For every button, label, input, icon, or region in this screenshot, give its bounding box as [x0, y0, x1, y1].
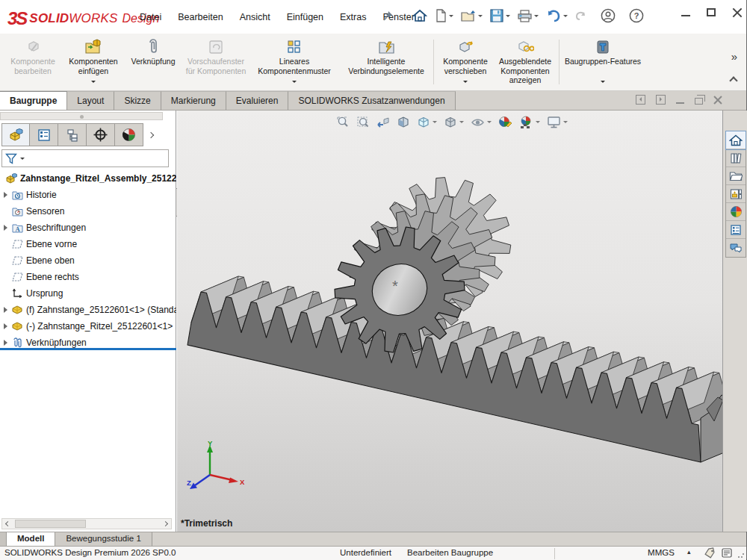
tab-modell[interactable]: Modell [7, 532, 55, 546]
tab-bewegungsstudie[interactable]: Bewegungsstudie 1 [55, 532, 152, 546]
home-tab-icon[interactable] [726, 131, 746, 149]
resize-grip[interactable] [737, 551, 745, 559]
expand-arrow-icon[interactable] [4, 323, 10, 329]
print-dropdown[interactable] [534, 15, 539, 19]
save-dropdown[interactable] [506, 15, 510, 19]
scrollbar-thumb[interactable] [15, 520, 86, 528]
assembly-features-button[interactable]: Baugruppen-Features [562, 36, 644, 89]
pin-menubar-icon[interactable] [382, 10, 394, 25]
tab-splitter-handle[interactable] [0, 532, 7, 546]
move-component-button[interactable]: Komponente verschieben [437, 36, 494, 89]
home-button[interactable] [409, 7, 430, 25]
insert-components-dropdown[interactable] [91, 81, 96, 85]
menu-bearbeiten[interactable]: Bearbeiten [170, 7, 231, 27]
view-orientation-dropdown[interactable] [433, 121, 437, 125]
new-document-button[interactable] [432, 7, 456, 25]
ribbon-collapse-icon[interactable] [729, 76, 737, 84]
display-style-icon[interactable] [443, 115, 465, 130]
tab-featuremanager-tree[interactable] [1, 123, 30, 146]
user-account-button[interactable] [598, 6, 619, 25]
menu-einfuegen[interactable]: Einfügen [279, 7, 332, 27]
linear-pattern-dropdown[interactable] [292, 81, 297, 85]
tab-configuration-manager[interactable] [58, 123, 87, 146]
tree-item-historie[interactable]: Historie [0, 187, 176, 203]
undo-button[interactable] [543, 7, 571, 25]
tab-layout[interactable]: Layout [67, 91, 114, 110]
view-palette-icon[interactable] [726, 185, 746, 203]
units-selector[interactable]: MMGS [639, 548, 684, 557]
panel-splitter-grip[interactable] [0, 112, 163, 120]
hide-show-items-dropdown[interactable] [487, 121, 492, 125]
tab-zusatzanwendungen[interactable]: SOLIDWORKS Zusatzanwendungen [288, 91, 455, 110]
open-dropdown[interactable] [478, 15, 483, 19]
move-component-dropdown[interactable] [463, 81, 468, 85]
ribbon-overflow-button[interactable]: » [731, 50, 737, 63]
mate-button[interactable]: Verknüpfung [124, 36, 182, 89]
doc-minimize-button[interactable] [676, 102, 684, 104]
undo-dropdown[interactable] [563, 15, 568, 19]
tree-item-beschriftungen[interactable]: A Beschriftungen [0, 220, 176, 236]
tab-property-manager[interactable] [30, 123, 58, 146]
menu-ansicht[interactable]: Ansicht [232, 7, 279, 27]
menu-datei[interactable]: Datei [131, 7, 170, 27]
section-view-icon[interactable] [396, 115, 411, 130]
apply-scene-icon[interactable] [518, 114, 541, 130]
scroll-right-arrow[interactable] [160, 522, 171, 526]
doc-restore-button[interactable] [695, 98, 703, 105]
close-button[interactable] [732, 7, 742, 17]
tree-horizontal-scrollbar[interactable] [1, 518, 172, 529]
units-dropdown-caret[interactable]: ▴ [687, 548, 691, 556]
tab-skizze[interactable]: Skizze [114, 91, 161, 110]
view-settings-dropdown[interactable] [563, 121, 568, 125]
collapse-panel-right-button[interactable] [656, 95, 666, 105]
apply-scene-dropdown[interactable] [536, 121, 540, 125]
previous-view-icon[interactable] [376, 115, 391, 130]
tab-dimxpert-manager[interactable] [87, 123, 115, 146]
linear-component-pattern-button[interactable]: Lineares Komponentenmuster [251, 36, 338, 89]
appearances-scenes-icon[interactable] [726, 203, 746, 221]
assembly-features-dropdown[interactable] [601, 81, 605, 85]
zoom-to-area-icon[interactable] [356, 115, 371, 130]
expand-arrow-icon[interactable] [4, 192, 10, 198]
hide-show-items-icon[interactable] [470, 115, 492, 130]
smart-fasteners-button[interactable]: Intelligente Verbindungselemente [341, 36, 432, 89]
tree-item-ebene-oben[interactable]: Ebene oben [0, 252, 176, 269]
scroll-left-arrow[interactable] [2, 522, 13, 526]
expand-arrow-icon[interactable] [4, 225, 10, 231]
minimize-button[interactable] [681, 15, 690, 16]
save-button[interactable] [487, 7, 513, 25]
tree-item-ursprung[interactable]: Ursprung [0, 285, 176, 302]
custom-properties-icon[interactable] [726, 221, 746, 239]
show-hidden-components-button[interactable]: Ausgeblendete Komponenten anzeigen [495, 36, 556, 89]
tree-item-zahnstange[interactable]: (f) Zahnstange_25122601<1> (Standard) [0, 302, 176, 318]
expand-arrow-icon[interactable] [4, 307, 10, 313]
graphics-viewport[interactable]: * [177, 111, 722, 532]
view-settings-icon[interactable] [546, 115, 568, 129]
tree-root[interactable]: Zahnstange_Ritzel_Assembly_25122601 [0, 170, 176, 187]
expand-arrow-icon[interactable] [4, 340, 10, 346]
forum-icon[interactable] [726, 239, 746, 257]
tree-filter-input[interactable] [1, 149, 169, 167]
panel-tabs-overflow-arrow[interactable] [143, 123, 158, 146]
tag-icon[interactable] [704, 547, 716, 560]
editor-note-icon[interactable] [722, 548, 732, 559]
design-library-icon[interactable] [726, 149, 746, 167]
tab-markierung[interactable]: Markierung [161, 91, 226, 110]
display-style-dropdown[interactable] [459, 121, 464, 125]
tree-item-ebene-vorne[interactable]: Ebene vorne [0, 236, 176, 252]
filter-dropdown-caret[interactable] [20, 158, 25, 162]
edit-appearance-icon[interactable] [498, 114, 513, 130]
print-button[interactable] [515, 7, 542, 25]
tree-item-sensoren[interactable]: Sensoren [0, 203, 176, 220]
rack-and-pinion-model[interactable] [177, 111, 722, 532]
tab-evaluieren[interactable]: Evaluieren [226, 91, 289, 110]
tree-item-ebene-rechts[interactable]: Ebene rechts [0, 269, 176, 285]
tab-baugruppe[interactable]: Baugruppe [0, 91, 67, 110]
new-document-dropdown[interactable] [449, 15, 453, 19]
view-orientation-icon[interactable] [416, 115, 438, 130]
rollback-bar[interactable] [0, 348, 176, 350]
insert-components-button[interactable]: Komponenten einfügen [64, 36, 123, 89]
doc-close-button[interactable] [713, 96, 722, 105]
maximize-button[interactable] [707, 8, 716, 16]
menu-extras[interactable]: Extras [332, 7, 374, 27]
